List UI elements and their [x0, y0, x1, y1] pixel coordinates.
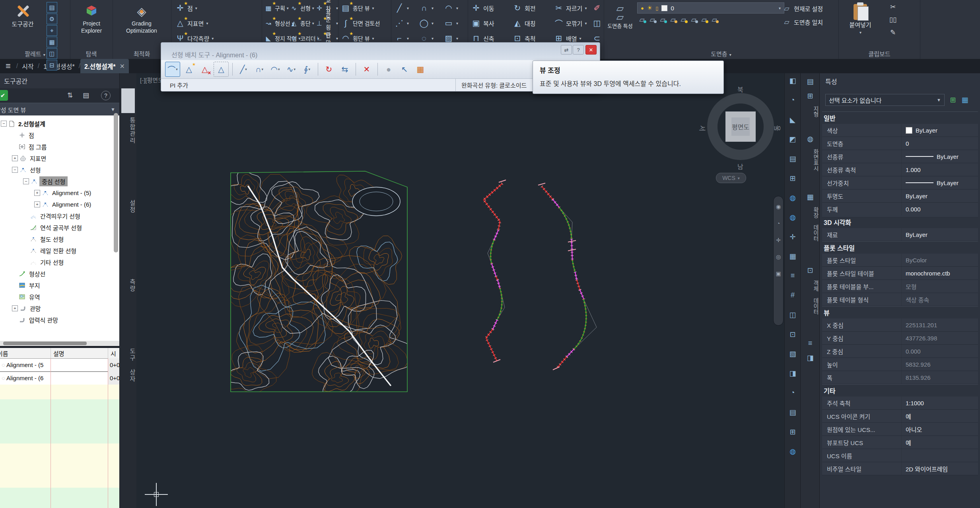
property-row-UCS 이름[interactable]: UCS 이름 [822, 449, 978, 462]
layer-tool-4[interactable]: ▱ [679, 15, 688, 24]
property-row-선종류 축척[interactable]: 선종류 축척1.000 [822, 163, 978, 176]
tree-scrollbar[interactable] [114, 113, 118, 252]
right-tool-19[interactable]: ◍ [785, 447, 801, 456]
property-value[interactable]: 0 [902, 137, 978, 150]
right-tool-12[interactable]: ◫ [785, 311, 801, 319]
right-tool-13[interactable]: ⊡ [785, 330, 801, 339]
property-value[interactable]: 아니오 [902, 423, 978, 436]
convert-button[interactable]: ↻ [322, 62, 336, 76]
right-tool-16[interactable]: ◔ [785, 389, 801, 397]
property-value[interactable]: 2D 와이어프레임 [902, 462, 978, 475]
property-value[interactable]: 예 [902, 436, 978, 449]
project-explorer-button[interactable]: Project Explorer [72, 2, 111, 34]
quick-select-icon[interactable]: ⊞ [948, 95, 958, 105]
right-tool-9[interactable]: ▦ [785, 252, 801, 261]
property-row-플롯 테이블 형식[interactable]: 플롯 테이블 형식색상 종속 [822, 293, 978, 306]
sidebar-tab-도구 상자[interactable]: 도구 상자 [120, 348, 136, 383]
tree-horizontal-scrollbar[interactable] [0, 341, 119, 346]
draw-tool-1-2[interactable]: ▭▾ [443, 16, 458, 30]
tree-item-선형[interactable]: −선형 [12, 164, 43, 176]
viewcube-west[interactable]: 서 [698, 125, 708, 131]
view-selector-dropdown[interactable]: 활성 도면 뷰▼ [0, 103, 119, 116]
property-row-폭[interactable]: 폭8135.926 [822, 371, 978, 384]
property-value[interactable]: ByLayer [902, 190, 978, 202]
panel-label-layers[interactable]: 도면층 ▾ [604, 49, 838, 58]
tree-item-레일 전환 선형[interactable]: 레일 전환 선형 [23, 245, 78, 256]
palette-toggle-3[interactable]: ▦ [47, 37, 57, 47]
property-value[interactable]: 8135.926 [902, 371, 978, 384]
property-row-플롯 테이블을 부...[interactable]: 플롯 테이블을 부...모형 [822, 280, 978, 293]
ribbon-item-회전[interactable]: ↻회전 [512, 1, 536, 15]
tree-item-형상선[interactable]: 형상선 [12, 268, 47, 279]
tree-item-압력식 관망[interactable]: 압력식 관망 [12, 314, 60, 326]
ribbon-item-구획[interactable]: ▦★구획▾ [263, 1, 289, 15]
help-icon[interactable]: ? [573, 45, 584, 55]
right-tool-0[interactable]: ◧ [785, 76, 801, 85]
tree-item-점[interactable]: 점 [12, 129, 36, 141]
tree-expander[interactable]: + [34, 190, 40, 196]
ribbon-item-종단[interactable]: ◭★종단▾ [289, 16, 314, 30]
viewcube-south[interactable]: 남 [737, 162, 743, 171]
property-value[interactable]: 1:1000 [902, 397, 978, 409]
right-tab-icon-3[interactable]: ◍ [801, 135, 820, 143]
right-tab-icon-7[interactable]: ⊡ [801, 266, 820, 275]
navigation-bar[interactable]: ◉◔✛◎▣ [773, 196, 784, 326]
viewcube-face-top[interactable]: 평면도 [725, 111, 756, 142]
property-row-뷰포트당 UCS[interactable]: 뷰포트당 UCS예 [822, 436, 978, 449]
tree-item-부지[interactable]: 부지 [12, 279, 42, 291]
property-value[interactable]: ByLayer [902, 228, 978, 241]
panel-label-clipboard[interactable]: 클립보드 [839, 49, 920, 58]
tree-expander[interactable]: − [1, 121, 7, 127]
close-icon[interactable]: ✕ [585, 45, 597, 55]
tree-item-연석 굴곡부 선형[interactable]: 연석 굴곡부 선형 [23, 222, 84, 233]
right-tool-18[interactable]: ⊞ [785, 428, 801, 436]
grading-optimization-button[interactable]: ◈ Grading Optimization [116, 2, 167, 34]
tree-item-Alignment - (5)[interactable]: +Alignment - (5) [34, 187, 93, 199]
right-tool-6[interactable]: ◍ [785, 193, 801, 202]
ribbon-item-대칭[interactable]: ◭대칭 [512, 16, 536, 30]
right-tab-확장 데이터[interactable]: 확장 데이터 [801, 207, 820, 241]
property-row-Y 중심[interactable]: Y 중심437726.398 [822, 332, 978, 345]
layer-tool-3[interactable]: ▱ [668, 15, 678, 24]
property-value[interactable]: 0.000 [902, 345, 978, 358]
navbar-tool-1[interactable]: ◔ [777, 220, 780, 227]
pick-sub-button[interactable]: ↖ [397, 62, 412, 76]
property-row-두께[interactable]: 두께0.000 [822, 203, 978, 216]
property-row-선종류[interactable]: 선종류ByLayer [822, 150, 978, 163]
right-tool-3[interactable]: ◩ [785, 135, 801, 144]
property-value[interactable]: 예 [902, 410, 978, 422]
right-tool-5[interactable]: ⊞ [785, 174, 801, 183]
undock-icon[interactable]: ⇄ [561, 45, 572, 55]
layer-tool-2[interactable]: ▱ [658, 15, 667, 24]
paste-button[interactable]: 붙여넣기 ▾ [844, 1, 877, 35]
tree-expander[interactable]: + [34, 201, 40, 207]
property-value[interactable]: 437726.398 [902, 332, 978, 344]
tree-item-Alignment - (6)[interactable]: +Alignment - (6) [34, 199, 93, 210]
property-value[interactable]: 0.000 [902, 203, 978, 215]
ribbon-item-이동[interactable]: ✛이동 [471, 1, 494, 15]
tree-item-기타 선형[interactable]: 기타 선형 [23, 256, 65, 268]
right-tool-17[interactable]: ▤ [785, 408, 801, 417]
property-value[interactable]: 1.000 [902, 163, 978, 176]
sidebar-tab-설정[interactable]: 설정 [120, 200, 136, 213]
property-value[interactable] [902, 449, 978, 462]
tree-expander[interactable]: + [12, 155, 18, 161]
select-objects-icon[interactable]: ▦ [960, 95, 970, 105]
palette-toggle-1[interactable]: ⚙ [47, 14, 57, 24]
right-tool-15[interactable]: ◨ [785, 369, 801, 378]
layer-properties-button[interactable]: ▱▱ 도면층 특성 [606, 1, 634, 29]
ribbon-item-점[interactable]: ✛★점▾ [175, 1, 197, 15]
tangent-curve-button[interactable]: ⌒▾ [165, 62, 180, 77]
insert-pi-button[interactable]: △★ [182, 62, 196, 76]
property-row-선가중치[interactable]: 선가중치ByLayer [822, 176, 978, 190]
right-tab-객체 데이터[interactable]: 객체 데이터 [801, 280, 820, 315]
property-value[interactable]: 5832.926 [902, 358, 978, 371]
reverse-button[interactable]: ⇆ [338, 62, 352, 76]
right-tool-4[interactable]: ▤ [785, 154, 801, 163]
right-tool-10[interactable]: ≡ [785, 272, 801, 280]
right-tool-1[interactable]: ◔ [785, 96, 801, 104]
property-row-원점에 있는 UCS...[interactable]: 원점에 있는 UCS...아니오 [822, 423, 978, 436]
line-button[interactable]: ╱▾ [236, 62, 251, 76]
model-space-canvas[interactable]: [-][평면도][2D 와이어프레임] 북 동 남 서 평면도 WCS▾ [136, 73, 784, 508]
cut-icon[interactable]: ✂ [888, 2, 898, 11]
